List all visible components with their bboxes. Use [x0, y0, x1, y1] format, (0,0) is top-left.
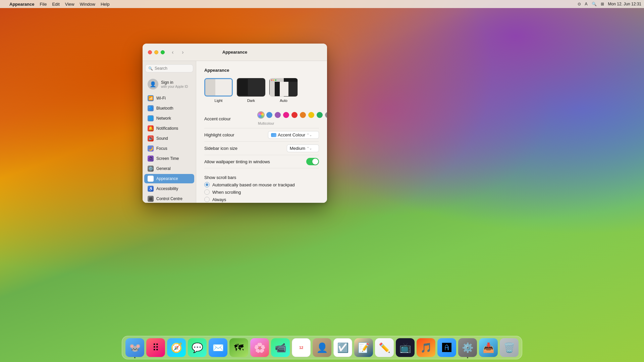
highlight-arrows: ⌃⌄	[307, 133, 312, 137]
search-input[interactable]	[155, 66, 190, 71]
scroll-scrolling-label: When scrolling	[212, 190, 241, 195]
dock-item-airdrop[interactable]: 📥	[479, 338, 498, 357]
wallpaper-tinting-row: Allow wallpaper tinting in windows	[204, 155, 319, 168]
sidebar-item-focus[interactable]: 🌙 Focus	[144, 144, 194, 153]
wallpaper-tinting-control	[306, 158, 319, 165]
calendar-icon: 12	[299, 346, 303, 350]
scroll-bars-options: Automatically based on mouse or trackpad…	[204, 182, 319, 202]
preview-sidebar-dark	[238, 79, 248, 96]
sidebar-profile[interactable]: 👤 Sign in with your Apple ID	[144, 76, 194, 92]
dock-item-music[interactable]: 🎵	[417, 338, 435, 357]
menubar-input-icon[interactable]: A	[585, 2, 588, 6]
sound-icon: 🔊	[148, 135, 154, 141]
dock-item-appletv[interactable]: 📺	[396, 338, 415, 357]
accent-purple[interactable]	[275, 112, 281, 118]
sidebar-item-accessibility[interactable]: ♿ Accessibility	[144, 184, 194, 193]
preview-dot-red-auto	[271, 79, 272, 81]
dock-item-maps[interactable]: 🗺	[229, 338, 248, 357]
scroll-scrolling-option[interactable]: When scrolling	[204, 189, 319, 195]
notifications-icon: 🔔	[148, 125, 154, 131]
launchpad-icon: ⠿	[152, 342, 159, 353]
multicolour-label: Multicolour	[258, 122, 274, 125]
appearance-card-dark[interactable]: Dark	[237, 78, 265, 103]
menubar-search-icon[interactable]: 🔍	[592, 2, 597, 6]
reminders-icon: ☑️	[337, 342, 349, 353]
accent-pink[interactable]	[283, 112, 289, 118]
menubar-app-name[interactable]: Appearance	[9, 2, 34, 7]
highlight-colour-select[interactable]: Accent Colour ⌃⌄	[268, 131, 319, 139]
dock-item-calendar[interactable]: 12	[292, 338, 311, 357]
wallpaper-tinting-toggle[interactable]	[306, 158, 319, 165]
sidebar-label-focus: Focus	[156, 146, 167, 151]
sidebar-item-network[interactable]: 🌐 Network	[144, 114, 194, 123]
menubar-focus-icon[interactable]: ⊙	[578, 2, 581, 6]
dock-item-appstore[interactable]: 🅰	[437, 338, 456, 357]
scroll-bars-section: Show scroll bars Automatically based on …	[204, 168, 319, 203]
scroll-auto-option[interactable]: Automatically based on mouse or trackpad	[204, 182, 319, 187]
accent-blue[interactable]	[266, 112, 272, 118]
sidebar-item-wifi[interactable]: 📶 Wi-Fi	[144, 94, 194, 103]
sidebar-label-bluetooth: Bluetooth	[156, 106, 173, 111]
menubar-edit[interactable]: Edit	[52, 2, 59, 7]
back-button[interactable]: ‹	[169, 48, 177, 56]
accent-orange[interactable]	[300, 112, 306, 118]
dock-item-launchpad[interactable]: ⠿	[146, 338, 165, 357]
accent-graphite[interactable]	[325, 112, 327, 118]
dock-item-freeform[interactable]: ✏️	[375, 338, 394, 357]
photos-icon: 🌸	[254, 342, 266, 353]
sidebar-item-screentime[interactable]: ⏱ Screen Time	[144, 154, 194, 163]
maximize-button[interactable]	[161, 50, 165, 54]
preview-main-dark	[248, 79, 264, 96]
accent-red[interactable]	[291, 112, 298, 118]
scroll-always-option[interactable]: Always	[204, 197, 319, 202]
accent-colour-row: Accent colour Multicolour	[204, 109, 319, 128]
sidebar-icon-size-control: Medium ⌃⌄	[287, 144, 319, 152]
dock-item-notes[interactable]: 📝	[354, 338, 373, 357]
menubar-help[interactable]: Help	[101, 2, 110, 7]
sidebar-item-controlcentre[interactable]: ⊞ Control Centre	[144, 194, 194, 203]
menubar-view[interactable]: View	[65, 2, 74, 7]
preview-titlebar-auto	[270, 78, 298, 82]
dock-item-mail[interactable]: ✉️	[209, 338, 227, 357]
size-arrows: ⌃⌄	[307, 146, 312, 150]
dock-item-reminders[interactable]: ☑️	[333, 338, 352, 357]
sidebar-item-general[interactable]: ⚙️ General	[144, 164, 194, 173]
titlebar-nav: ‹ ›	[169, 48, 187, 56]
dock-item-photos[interactable]: 🌸	[250, 338, 269, 357]
forward-button[interactable]: ›	[179, 48, 187, 56]
sidebar-label-network: Network	[156, 116, 171, 121]
dock-item-messages[interactable]: 💬	[188, 338, 207, 357]
accent-green[interactable]	[317, 112, 323, 118]
dock-item-safari[interactable]: 🧭	[167, 338, 186, 357]
close-button[interactable]	[148, 50, 152, 54]
highlight-colour-row: Highlight colour Accent Colour ⌃⌄	[204, 128, 319, 142]
search-box[interactable]: 🔍	[145, 64, 193, 72]
menubar-window[interactable]: Window	[80, 2, 95, 7]
dock-item-systemsettings[interactable]: ⚙️	[458, 338, 477, 357]
sidebar-label-general: General	[156, 166, 171, 171]
sidebar-item-bluetooth[interactable]: 🔷 Bluetooth	[144, 104, 194, 113]
preview-sidebar-light	[205, 79, 215, 96]
menubar-file[interactable]: File	[40, 2, 47, 7]
dock-item-contacts[interactable]: 👤	[313, 338, 331, 357]
accent-multicolour[interactable]	[258, 112, 264, 118]
dock-item-trash[interactable]: 🗑️	[500, 338, 519, 357]
sidebar-item-sound[interactable]: 🔊 Sound	[144, 134, 194, 143]
appearance-card-light[interactable]: Light	[204, 78, 233, 103]
menubar-datetime: Mon 12. Jun 12:31	[608, 2, 641, 6]
messages-icon: 💬	[192, 342, 203, 353]
sidebar-item-notifications[interactable]: 🔔 Notifications	[144, 124, 194, 133]
sidebar-label-appearance: Appearance	[156, 176, 178, 181]
preview-main-auto	[280, 82, 298, 96]
menubar-controlcenter-icon[interactable]: ⊞	[601, 2, 604, 6]
dock-item-finder[interactable]: 🐭	[125, 338, 144, 357]
sidebar: 🔍 👤 Sign in with your Apple ID 📶 Wi-Fi 🔷…	[143, 61, 196, 203]
appearance-card-auto[interactable]: Auto	[269, 78, 298, 103]
sidebar-label-accessibility: Accessibility	[156, 186, 178, 191]
sidebar-icon-size-select[interactable]: Medium ⌃⌄	[287, 144, 319, 152]
dock-item-facetime[interactable]: 📹	[271, 338, 290, 357]
minimize-button[interactable]	[154, 50, 158, 54]
sidebar-item-appearance[interactable]: 🎨 Appearance	[144, 174, 194, 183]
accent-yellow[interactable]	[308, 112, 314, 118]
preview-dot-green-auto	[275, 79, 276, 81]
